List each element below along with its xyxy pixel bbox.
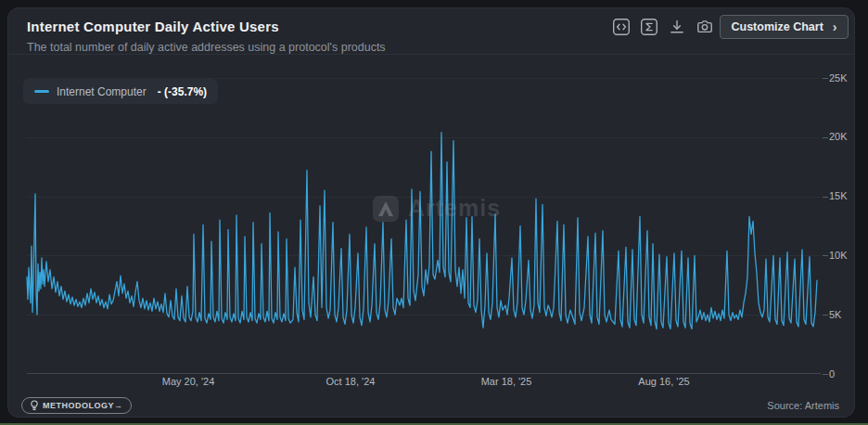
sigma-icon <box>640 18 658 36</box>
y-tick-label: 25K <box>829 72 848 84</box>
y-tick-label: 10K <box>829 250 848 261</box>
x-tick-label: May 20, '24 <box>147 376 230 387</box>
lightbulb-icon <box>30 400 39 411</box>
y-tick-mark <box>823 374 828 375</box>
y-tick-mark <box>823 197 828 198</box>
chevron-right-icon: › <box>833 20 837 33</box>
x-axis-labels: May 20, '24Oct 18, '24Mar 18, '25Aug 16,… <box>27 376 821 391</box>
x-tick-label: Oct 18, '24 <box>309 376 392 387</box>
page-title: Internet Computer Daily Active Users <box>27 19 279 34</box>
y-axis-labels: 05K10K15K20K25K <box>829 78 857 374</box>
header-divider <box>8 54 854 55</box>
y-tick-label: 5K <box>829 309 841 320</box>
methodology-label: METHODOLOGY→ <box>43 401 123 410</box>
y-tick-mark <box>823 78 828 79</box>
header-toolbar <box>611 17 714 36</box>
chart-line-svg <box>27 78 821 374</box>
screenshot-button[interactable] <box>695 17 714 36</box>
code-icon <box>612 18 631 36</box>
download-button[interactable] <box>667 17 686 36</box>
y-tick-label: 20K <box>829 131 848 142</box>
customize-chart-label: Customize Chart <box>732 20 823 33</box>
camera-icon <box>696 18 714 36</box>
y-tick-mark <box>823 137 828 138</box>
chart-card: Internet Computer Daily Active Users The… <box>7 7 855 418</box>
customize-chart-button[interactable]: Customize Chart › <box>720 15 849 39</box>
source-label: Source: Artemis <box>767 400 839 411</box>
y-tick-label: 0 <box>829 368 835 380</box>
methodology-button[interactable]: METHODOLOGY→ <box>21 397 132 414</box>
y-tick-label: 15K <box>829 190 848 201</box>
download-icon <box>668 18 686 36</box>
embed-code-button[interactable] <box>611 17 631 36</box>
x-tick-label: Aug 16, '25 <box>622 376 706 387</box>
y-tick-mark <box>823 315 828 316</box>
y-tick-mark <box>823 255 828 256</box>
page-subtitle: The total number of daily active address… <box>27 41 386 54</box>
plot-area[interactable] <box>27 78 821 374</box>
x-tick-label: Mar 18, '25 <box>465 376 548 387</box>
formula-button[interactable] <box>639 17 658 36</box>
